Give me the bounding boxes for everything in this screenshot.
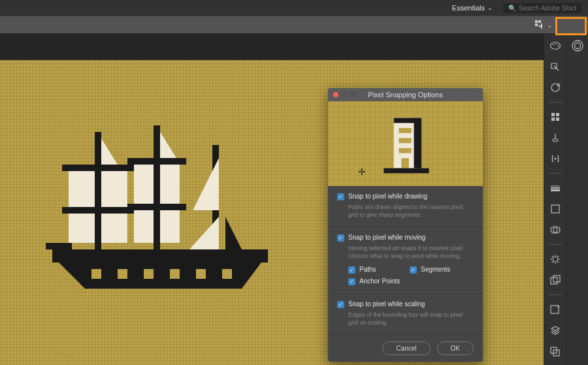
svg-rect-29 — [196, 269, 206, 279]
desc-drawing: Paths are drawn aligned to the nearest p… — [348, 203, 474, 219]
checkbox-scaling[interactable]: ✓ — [337, 301, 344, 308]
svg-rect-20 — [62, 207, 134, 214]
application-bar: Essentials ⌄ 🔍 — [0, 0, 588, 16]
label-drawing: Snap to pixel while drawing — [348, 193, 427, 200]
svg-rect-14 — [134, 210, 154, 243]
search-input[interactable] — [519, 5, 576, 12]
svg-rect-25 — [91, 269, 101, 279]
cancel-button[interactable]: Cancel — [382, 341, 430, 355]
svg-rect-23 — [52, 249, 268, 262]
ship-artwork — [46, 125, 281, 295]
svg-rect-40 — [551, 118, 555, 121]
symbols-panel-icon[interactable] — [549, 152, 562, 165]
svg-rect-58 — [551, 278, 557, 284]
color-panel-icon[interactable] — [549, 39, 562, 52]
checkbox-anchor-points[interactable]: ✓ — [348, 278, 355, 285]
section-moving: ✓ Snap to pixel while moving Moving sele… — [328, 227, 483, 293]
label-anchor-points: Anchor Points — [359, 278, 400, 285]
desc-moving: Moving selected art snaps it to nearest … — [348, 244, 474, 260]
svg-point-32 — [550, 42, 560, 50]
workspace-switcher[interactable]: Essentials ⌄ — [447, 2, 498, 14]
pixel-snap-dropdown[interactable]: ⌄ — [535, 20, 552, 29]
svg-point-34 — [555, 43, 557, 44]
label-segments: Segments — [421, 266, 450, 273]
control-bar: ⌄ — [0, 16, 588, 34]
svg-rect-3 — [95, 132, 101, 249]
search-stock[interactable]: 🔍 — [503, 3, 581, 13]
transparency-panel-icon[interactable] — [549, 223, 562, 236]
svg-rect-31 — [46, 243, 72, 249]
svg-rect-59 — [553, 276, 560, 282]
pixel-snap-icon — [535, 20, 546, 29]
svg-point-49 — [553, 257, 558, 262]
svg-rect-27 — [144, 269, 154, 279]
min-dot — [342, 92, 347, 97]
max-dot — [350, 92, 355, 97]
svg-point-36 — [551, 84, 559, 91]
svg-rect-39 — [556, 113, 559, 116]
graphic-styles-panel-icon[interactable] — [549, 274, 562, 287]
brushes-panel-icon[interactable] — [549, 131, 562, 144]
cc-libraries-icon[interactable] — [571, 39, 584, 52]
svg-line-57 — [557, 256, 559, 257]
checkbox-paths[interactable]: ✓ — [348, 266, 355, 274]
label-moving: Snap to pixel while moving — [348, 234, 425, 241]
ok-button[interactable]: OK — [437, 341, 474, 355]
svg-rect-26 — [118, 269, 127, 279]
search-icon: 🔍 — [508, 5, 516, 12]
checkbox-segments[interactable]: ✓ — [410, 266, 417, 274]
svg-rect-9 — [101, 171, 127, 207]
artboards-panel-icon[interactable] — [549, 345, 562, 358]
svg-rect-15 — [160, 210, 180, 243]
chevron-down-icon: ⌄ — [547, 22, 552, 29]
swatches-panel-icon[interactable] — [549, 60, 562, 73]
appearance-panel-icon[interactable] — [549, 253, 562, 266]
section-drawing: ✓ Snap to pixel while drawing Paths are … — [328, 186, 483, 227]
svg-point-63 — [572, 40, 583, 51]
svg-rect-67 — [414, 118, 422, 168]
svg-point-42 — [554, 158, 556, 160]
svg-rect-1 — [538, 20, 541, 23]
svg-rect-19 — [62, 165, 134, 171]
properties-panel-icon[interactable] — [549, 110, 562, 123]
checkbox-moving[interactable]: ✓ — [337, 234, 344, 242]
label-paths: Paths — [359, 266, 376, 273]
layers-panel-icon[interactable] — [549, 324, 562, 337]
svg-rect-69 — [399, 138, 411, 143]
desc-scaling: Edges of the bounding box will snap to p… — [348, 311, 474, 326]
svg-marker-6 — [101, 138, 118, 165]
svg-rect-21 — [127, 158, 186, 165]
svg-rect-11 — [101, 214, 127, 243]
label-scaling: Snap to pixel while scaling — [348, 300, 425, 308]
window-controls[interactable] — [333, 92, 355, 97]
svg-rect-22 — [127, 204, 186, 210]
svg-rect-12 — [134, 165, 154, 204]
svg-point-33 — [553, 44, 554, 45]
gradient-panel-icon[interactable] — [549, 202, 562, 215]
building-preview-art — [380, 113, 433, 178]
svg-rect-13 — [160, 165, 180, 204]
svg-rect-41 — [556, 118, 559, 121]
stroke-panel-icon[interactable] — [549, 182, 562, 195]
svg-rect-8 — [69, 171, 95, 207]
svg-point-35 — [557, 45, 559, 46]
close-dot[interactable] — [333, 92, 338, 97]
svg-line-55 — [557, 262, 559, 263]
dialog-titlebar[interactable]: Pixel Snapping Options — [328, 88, 483, 101]
libraries-panel-icon[interactable] — [549, 303, 562, 316]
checkbox-drawing[interactable]: ✓ — [337, 193, 344, 200]
svg-rect-38 — [551, 113, 555, 116]
svg-marker-18 — [225, 217, 242, 249]
svg-rect-4 — [154, 125, 160, 249]
svg-rect-60 — [551, 306, 559, 313]
svg-marker-7 — [160, 132, 176, 158]
svg-rect-28 — [170, 269, 180, 279]
panel-dock — [544, 34, 588, 365]
workspace-label: Essentials — [452, 4, 485, 12]
section-scaling: ✓ Snap to pixel while scaling Edges of t… — [328, 294, 483, 335]
pixel-snapping-dialog: Pixel Snapping Options ✛ ✓ Snap to pixel… — [328, 88, 483, 362]
svg-rect-2 — [535, 24, 538, 26]
color-guide-panel-icon[interactable] — [549, 81, 562, 94]
svg-rect-0 — [535, 20, 538, 23]
svg-point-64 — [574, 43, 580, 49]
